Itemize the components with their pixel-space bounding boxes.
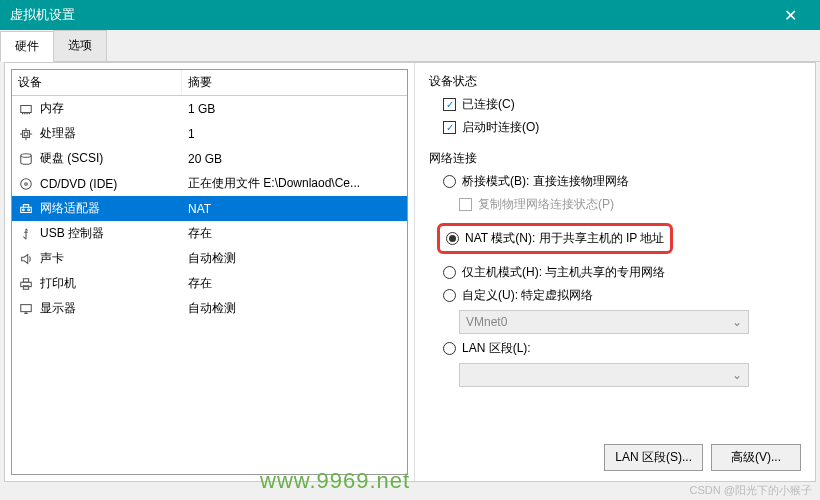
svg-point-8: [28, 209, 30, 211]
tab-options[interactable]: 选项: [53, 30, 107, 61]
radio-icon: [443, 266, 456, 279]
vmnet-select: VMnet0 ⌄: [459, 310, 749, 334]
window-title: 虚拟机设置: [10, 6, 75, 24]
hardware-row[interactable]: 打印机存在: [12, 271, 407, 296]
hardware-row[interactable]: 显示器自动检测: [12, 296, 407, 321]
checkbox-label: 启动时连接(O): [462, 119, 539, 136]
chevron-down-icon: ⌄: [732, 315, 742, 329]
device-settings-panel: 设备状态 ✓ 已连接(C) ✓ 启动时连接(O) 网络连接 桥接模式(B): 直…: [415, 63, 815, 481]
display-icon: [18, 301, 34, 317]
svg-rect-2: [24, 132, 28, 136]
device-name: 声卡: [40, 250, 64, 267]
hardware-row[interactable]: CD/DVD (IDE)正在使用文件 E:\Downlaod\Ce...: [12, 171, 407, 196]
checkbox-connected[interactable]: ✓ 已连接(C): [443, 96, 801, 113]
cd-icon: [18, 176, 34, 192]
hardware-row[interactable]: 声卡自动检测: [12, 246, 407, 271]
memory-icon: [18, 101, 34, 117]
select-value: VMnet0: [466, 315, 507, 329]
check-icon: ✓: [443, 98, 456, 111]
radio-label: LAN 区段(L):: [462, 340, 531, 357]
cpu-icon: [18, 126, 34, 142]
device-summary: 正在使用文件 E:\Downlaod\Ce...: [182, 173, 407, 194]
bottom-button-bar: LAN 区段(S)... 高级(V)...: [604, 444, 801, 471]
csdn-credit: CSDN @阳光下的小猴子: [690, 483, 812, 498]
svg-point-5: [25, 182, 28, 185]
radio-host-only[interactable]: 仅主机模式(H): 与主机共享的专用网络: [443, 264, 801, 281]
radio-icon: [443, 289, 456, 302]
device-summary: 存在: [182, 223, 407, 244]
device-summary: 自动检测: [182, 298, 407, 319]
tab-bar: 硬件 选项: [0, 30, 820, 62]
sound-icon: [18, 251, 34, 267]
lan-segments-button[interactable]: LAN 区段(S)...: [604, 444, 703, 471]
device-summary: 自动检测: [182, 248, 407, 269]
svg-rect-1: [23, 130, 30, 137]
device-name: 显示器: [40, 300, 76, 317]
svg-rect-12: [21, 304, 32, 311]
radio-icon: [443, 342, 456, 355]
radio-bridged[interactable]: 桥接模式(B): 直接连接物理网络: [443, 173, 801, 190]
device-status-title: 设备状态: [429, 73, 801, 90]
network-connection-title: 网络连接: [429, 150, 801, 167]
svg-point-4: [21, 178, 32, 189]
device-summary: 1 GB: [182, 100, 407, 118]
net-icon: [18, 201, 34, 217]
device-name: USB 控制器: [40, 225, 104, 242]
radio-custom[interactable]: 自定义(U): 特定虚拟网络: [443, 287, 801, 304]
hardware-table: 设备 摘要 内存1 GB处理器1硬盘 (SCSI)20 GBCD/DVD (ID…: [11, 69, 408, 475]
check-icon: [459, 198, 472, 211]
hardware-table-header: 设备 摘要: [12, 70, 407, 96]
radio-label: 仅主机模式(H): 与主机共享的专用网络: [462, 264, 665, 281]
disk-icon: [18, 151, 34, 167]
tab-hardware[interactable]: 硬件: [0, 31, 54, 62]
radio-label: 桥接模式(B): 直接连接物理网络: [462, 173, 629, 190]
printer-icon: [18, 276, 34, 292]
advanced-button[interactable]: 高级(V)...: [711, 444, 801, 471]
radio-label: 自定义(U): 特定虚拟网络: [462, 287, 593, 304]
checkbox-replicate-state: 复制物理网络连接状态(P): [459, 196, 801, 213]
col-summary: 摘要: [182, 70, 407, 95]
device-summary: 20 GB: [182, 150, 407, 168]
radio-icon[interactable]: [446, 232, 459, 245]
titlebar: 虚拟机设置 ✕: [0, 0, 820, 30]
svg-point-7: [23, 209, 25, 211]
radio-nat-highlighted: NAT 模式(N): 用于共享主机的 IP 地址: [437, 223, 673, 254]
device-summary: 1: [182, 125, 407, 143]
device-status-group: 设备状态 ✓ 已连接(C) ✓ 启动时连接(O): [429, 73, 801, 136]
device-summary: NAT: [182, 200, 407, 218]
col-device: 设备: [12, 70, 182, 95]
hardware-row[interactable]: USB 控制器存在: [12, 221, 407, 246]
hardware-list-panel: 设备 摘要 内存1 GB处理器1硬盘 (SCSI)20 GBCD/DVD (ID…: [5, 63, 415, 481]
hardware-row[interactable]: 内存1 GB: [12, 96, 407, 121]
hardware-row[interactable]: 处理器1: [12, 121, 407, 146]
radio-lan-segment[interactable]: LAN 区段(L):: [443, 340, 801, 357]
content-area: 设备 摘要 内存1 GB处理器1硬盘 (SCSI)20 GBCD/DVD (ID…: [4, 62, 816, 482]
checkbox-label: 复制物理网络连接状态(P): [478, 196, 614, 213]
lan-segment-select: ⌄: [459, 363, 749, 387]
svg-point-3: [21, 153, 32, 157]
svg-rect-11: [23, 285, 28, 289]
device-name: 硬盘 (SCSI): [40, 150, 103, 167]
checkbox-label: 已连接(C): [462, 96, 515, 113]
device-name: 网络适配器: [40, 200, 100, 217]
device-summary: 存在: [182, 273, 407, 294]
checkbox-connect-at-power-on[interactable]: ✓ 启动时连接(O): [443, 119, 801, 136]
radio-label: NAT 模式(N): 用于共享主机的 IP 地址: [465, 230, 664, 247]
network-connection-group: 网络连接 桥接模式(B): 直接连接物理网络 复制物理网络连接状态(P) NAT…: [429, 150, 801, 387]
device-name: 内存: [40, 100, 64, 117]
radio-icon: [443, 175, 456, 188]
hardware-row[interactable]: 网络适配器NAT: [12, 196, 407, 221]
svg-rect-0: [21, 105, 32, 112]
close-icon[interactable]: ✕: [770, 0, 810, 30]
device-name: 打印机: [40, 275, 76, 292]
check-icon: ✓: [443, 121, 456, 134]
device-name: CD/DVD (IDE): [40, 177, 117, 191]
device-name: 处理器: [40, 125, 76, 142]
hardware-row[interactable]: 硬盘 (SCSI)20 GB: [12, 146, 407, 171]
chevron-down-icon: ⌄: [732, 368, 742, 382]
svg-rect-10: [23, 278, 28, 282]
usb-icon: [18, 226, 34, 242]
